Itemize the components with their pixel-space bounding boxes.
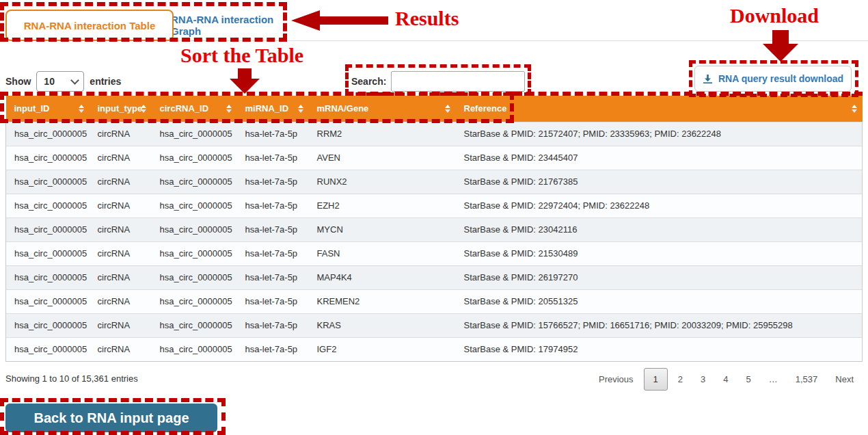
pagination-page-2[interactable]: 2 (669, 368, 692, 391)
table-cell: hsa_circ_0000005 (152, 122, 237, 146)
table-cell: RUNX2 (309, 170, 456, 194)
table-row: hsa_circ_0000005circRNAhsa_circ_0000005h… (6, 241, 863, 265)
entries-select-value: 10 (44, 76, 55, 87)
tab-rna-interaction-graph[interactable]: RNA-RNA interaction Graph (171, 10, 305, 41)
column-header-input-type[interactable]: input_type (90, 96, 152, 122)
sort-icon (79, 105, 84, 113)
table-cell: StarBase & PMID: 21767385 (456, 170, 863, 194)
pagination-next[interactable]: Next (826, 368, 863, 391)
table-cell: hsa_circ_0000005 (6, 170, 90, 194)
table-row: hsa_circ_0000005circRNAhsa_circ_0000005h… (6, 313, 863, 337)
table-row: hsa_circ_0000005circRNAhsa_circ_0000005h… (6, 289, 863, 313)
arrow-down-icon (230, 68, 260, 94)
table-cell: hsa-let-7a-5p (237, 218, 309, 241)
pagination-page-4[interactable]: 4 (714, 368, 737, 391)
table-cell: hsa_circ_0000005 (6, 313, 90, 337)
table-cell: circRNA (90, 146, 152, 170)
page-size-control: Show 10 entries (5, 71, 121, 92)
table-cell: hsa-let-7a-5p (237, 337, 309, 361)
sort-icon (852, 105, 857, 113)
tab-rna-interaction-table[interactable]: RNA-RNA interaction Table (5, 10, 174, 41)
table-cell: hsa_circ_0000005 (6, 146, 90, 170)
column-header-reference[interactable]: Reference (456, 96, 863, 122)
table-cell: hsa_circ_0000005 (152, 170, 237, 194)
search-label: Search: (351, 76, 386, 87)
table-cell: FASN (309, 241, 456, 265)
rna-query-result-download-button[interactable]: RNA query result download (694, 66, 852, 92)
table-cell: StarBase & PMID: 26197270 (456, 265, 863, 289)
table-cell: StarBase & PMID: 17974952 (456, 337, 863, 361)
sort-icon (445, 105, 450, 113)
column-label: mRNA/Gene (317, 103, 369, 114)
table-row: hsa_circ_0000005circRNAhsa_circ_0000005h… (6, 194, 863, 218)
table-cell: EZH2 (309, 194, 456, 218)
arrow-left-icon (291, 10, 388, 31)
column-label: input_type (98, 103, 143, 114)
table-cell: StarBase & PMID: 22972404; PMID: 2362224… (456, 194, 863, 218)
table-cell: circRNA (90, 337, 152, 361)
table-cell: StarBase & PMID: 21572407; PMID: 2333596… (456, 122, 863, 146)
arrow-down-icon (763, 30, 798, 62)
table-cell: hsa-let-7a-5p (237, 170, 309, 194)
pagination-page-1[interactable]: 1 (644, 368, 668, 391)
table-cell: hsa-let-7a-5p (237, 241, 309, 265)
show-label: Show (5, 76, 31, 87)
table-cell: KREMEN2 (309, 289, 456, 313)
interaction-table: input_ID input_type circRNA_ID miRNA_ID … (5, 96, 863, 362)
table-cell: AVEN (309, 146, 456, 170)
table-row: hsa_circ_0000005circRNAhsa_circ_0000005h… (6, 265, 863, 289)
sort-icon (226, 105, 232, 113)
pagination: Previous 12345…1,537 Next (590, 368, 863, 391)
table-cell: hsa_circ_0000005 (6, 218, 90, 241)
table-cell: hsa_circ_0000005 (152, 194, 237, 218)
table-cell: StarBase & PMID: 20551325 (456, 289, 863, 313)
table-cell: circRNA (90, 289, 152, 313)
table-cell: hsa-let-7a-5p (237, 122, 309, 146)
table-cell: circRNA (90, 241, 152, 265)
table-cell: hsa-let-7a-5p (237, 194, 309, 218)
table-cell: hsa-let-7a-5p (237, 265, 309, 289)
download-annotation-label: Download (730, 4, 819, 27)
pagination-page-1,537[interactable]: 1,537 (787, 368, 827, 391)
back-to-rna-input-button[interactable]: Back to RNA input page (5, 404, 217, 432)
table-cell: hsa_circ_0000005 (152, 313, 237, 337)
table-cell: StarBase & PMID: 15766527; PMID: 1665171… (456, 313, 863, 337)
pagination-page-3[interactable]: 3 (692, 368, 714, 391)
pagination-pages: 12345…1,537 (642, 368, 827, 391)
table-row: hsa_circ_0000005circRNAhsa_circ_0000005h… (6, 218, 863, 241)
table-cell: hsa_circ_0000005 (152, 289, 237, 313)
column-header-input-id[interactable]: input_ID (6, 96, 90, 122)
table-cell: circRNA (90, 218, 152, 241)
sort-icon (298, 105, 303, 113)
entries-label: entries (90, 76, 121, 87)
entries-select[interactable]: 10 (36, 71, 84, 92)
table-cell: hsa_circ_0000005 (6, 194, 90, 218)
table-cell: hsa_circ_0000005 (6, 265, 90, 289)
table-body: hsa_circ_0000005circRNAhsa_circ_0000005h… (6, 122, 863, 361)
table-cell: hsa_circ_0000005 (6, 122, 90, 146)
column-label: Reference (464, 103, 507, 114)
column-label: miRNA_ID (245, 103, 289, 114)
column-header-mrna-gene[interactable]: mRNA/Gene (309, 96, 456, 122)
table-cell: StarBase & PMID: 23042116 (456, 218, 863, 241)
table-cell: circRNA (90, 265, 152, 289)
table-header: input_ID input_type circRNA_ID miRNA_ID … (6, 96, 863, 122)
pagination-previous[interactable]: Previous (590, 368, 642, 391)
sort-annotation-label: Sort the Table (180, 44, 303, 67)
table-row: hsa_circ_0000005circRNAhsa_circ_0000005h… (6, 170, 863, 194)
column-header-circrna-id[interactable]: circRNA_ID (152, 96, 237, 122)
table-row: hsa_circ_0000005circRNAhsa_circ_0000005h… (6, 122, 863, 146)
pagination-page-…[interactable]: … (760, 368, 787, 391)
table-cell: IGF2 (309, 337, 456, 361)
table-cell: hsa-let-7a-5p (237, 289, 309, 313)
pagination-page-5[interactable]: 5 (737, 368, 759, 391)
rna-interaction-results-page: RNA-RNA interaction Table RNA-RNA intera… (0, 0, 868, 435)
results-annotation-label: Results (395, 7, 459, 30)
table-cell: hsa_circ_0000005 (152, 146, 237, 170)
column-header-mirna-id[interactable]: miRNA_ID (237, 96, 309, 122)
table-cell: circRNA (90, 194, 152, 218)
table-cell: MYCN (309, 218, 456, 241)
download-button-label: RNA query result download (718, 73, 843, 84)
search-input[interactable] (391, 71, 525, 92)
table-cell: hsa-let-7a-5p (237, 313, 309, 337)
